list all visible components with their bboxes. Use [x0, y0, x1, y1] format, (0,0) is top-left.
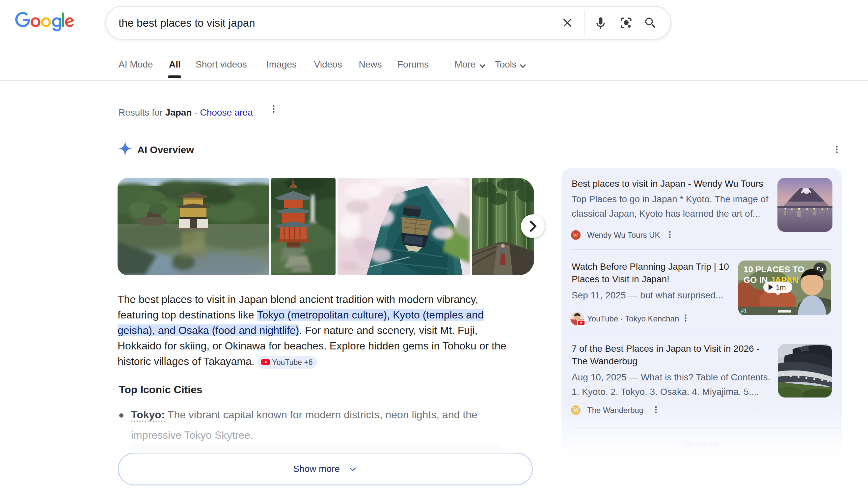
svg-text:10 PLACES TO: 10 PLACES TO [744, 264, 804, 274]
svg-text:#1: #1 [741, 308, 747, 314]
svg-text:1m: 1m [776, 284, 786, 292]
